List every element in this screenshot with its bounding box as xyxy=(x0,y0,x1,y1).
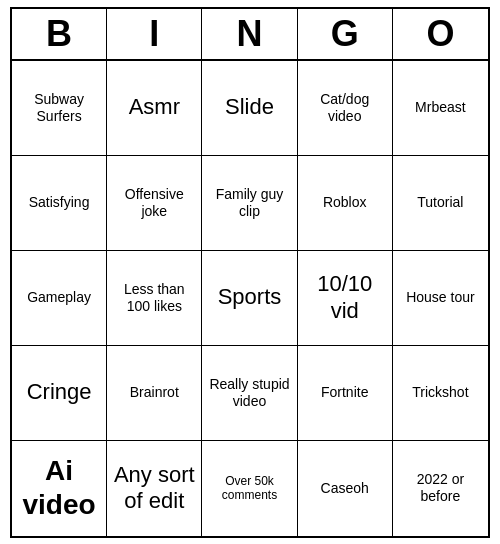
bingo-cell: Mrbeast xyxy=(393,61,488,156)
bingo-cell: Tutorial xyxy=(393,156,488,251)
bingo-cell: Roblox xyxy=(298,156,393,251)
bingo-grid: Subway SurfersAsmrSlideCat/dog videoMrbe… xyxy=(12,61,488,536)
bingo-cell: Over 50k comments xyxy=(202,441,297,536)
bingo-cell: Brainrot xyxy=(107,346,202,441)
bingo-cell: Slide xyxy=(202,61,297,156)
bingo-cell: Offensive joke xyxy=(107,156,202,251)
bingo-cell: Cringe xyxy=(12,346,107,441)
header-letter: I xyxy=(107,9,202,59)
bingo-cell: 10/10 vid xyxy=(298,251,393,346)
bingo-cell: Caseoh xyxy=(298,441,393,536)
bingo-cell: Trickshot xyxy=(393,346,488,441)
bingo-cell: 2022 or before xyxy=(393,441,488,536)
bingo-header: BINGO xyxy=(12,9,488,61)
header-letter: B xyxy=(12,9,107,59)
header-letter: O xyxy=(393,9,488,59)
bingo-cell: Family guy clip xyxy=(202,156,297,251)
bingo-cell: House tour xyxy=(393,251,488,346)
bingo-cell: Gameplay xyxy=(12,251,107,346)
bingo-cell: Fortnite xyxy=(298,346,393,441)
bingo-cell: Cat/dog video xyxy=(298,61,393,156)
bingo-cell: Ai video xyxy=(12,441,107,536)
bingo-cell: Really stupid video xyxy=(202,346,297,441)
header-letter: N xyxy=(202,9,297,59)
bingo-cell: Any sort of edit xyxy=(107,441,202,536)
bingo-cell: Sports xyxy=(202,251,297,346)
bingo-cell: Asmr xyxy=(107,61,202,156)
header-letter: G xyxy=(298,9,393,59)
bingo-cell: Subway Surfers xyxy=(12,61,107,156)
bingo-cell: Less than 100 likes xyxy=(107,251,202,346)
bingo-board: BINGO Subway SurfersAsmrSlideCat/dog vid… xyxy=(10,7,490,538)
bingo-cell: Satisfying xyxy=(12,156,107,251)
